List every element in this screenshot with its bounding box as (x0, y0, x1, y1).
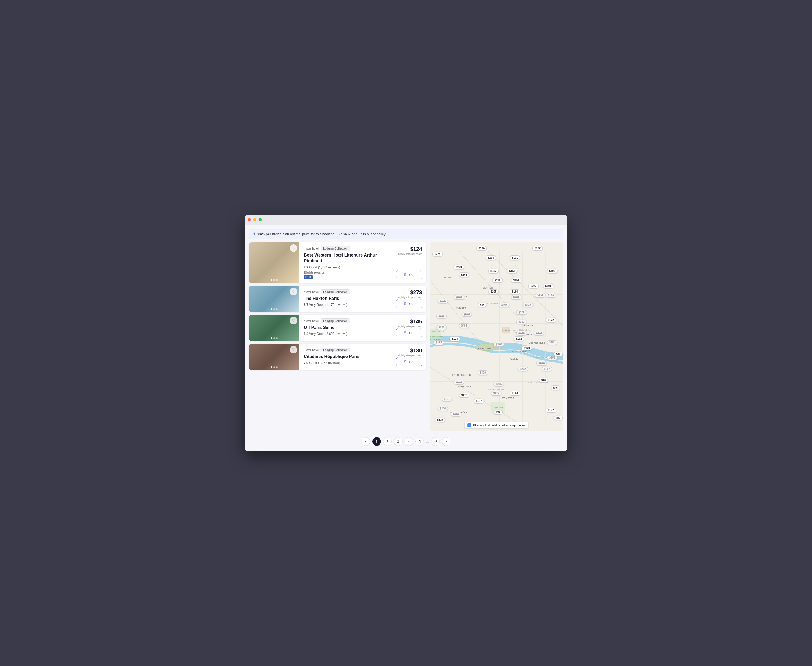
rewards-badge-1: BLU (304, 275, 312, 279)
favorite-button-4[interactable]: ♡ (290, 346, 297, 353)
maximize-button[interactable] (258, 218, 262, 221)
image-dots-3 (271, 337, 278, 339)
price-block-1: $124 nightly rate per room (398, 246, 422, 256)
page-1-button[interactable]: 1 (372, 437, 381, 446)
select-button-4[interactable]: Select (396, 357, 422, 366)
hotel-price-3: $145 (398, 318, 422, 325)
hotel-rating-4: 7.9 Good (1,972 reviews) (304, 361, 387, 365)
page-48-button[interactable]: 48 (431, 437, 440, 446)
policy-text: $325 per night is an optimal price for t… (257, 232, 386, 236)
rewards-section-1: Eligible rewards BLU (304, 271, 387, 279)
hotel-meta-2: 4-star hotel Lodging Collection (304, 289, 387, 294)
hotel-meta-1: 4-star hotel Lodging Collection (304, 246, 387, 251)
select-button-2[interactable]: Select (396, 299, 422, 308)
hotel-price-2: $273 (398, 289, 422, 295)
hotel-meta-4: 3-star hotel Lodging Collection (304, 348, 387, 353)
price-block-4: $130 nightly rate per room (398, 348, 422, 357)
select-button-1[interactable]: Select (396, 270, 422, 279)
pagination: ‹ 1 2 3 4 5 ... 48 › (249, 434, 563, 447)
main-window: ℹ $325 per night is an optimal price for… (245, 215, 567, 451)
svg-text:LES ARCHIVES: LES ARCHIVES (529, 342, 545, 344)
page-content: ℹ $325 per night is an optimal price for… (245, 224, 567, 451)
filter-checkbox[interactable]: ✓ (467, 424, 471, 427)
hotel-name-1: Best Western Hotel Litteraire Arthur Rim… (304, 252, 387, 264)
svg-text:SAINT-MERRI: SAINT-MERRI (512, 350, 527, 353)
svg-text:Bd Saint-Germain: Bd Saint-Germain (488, 388, 505, 391)
hotel-star-label: 4-star hotel (304, 319, 319, 323)
dot-1 (271, 279, 272, 281)
dot-1 (271, 337, 272, 339)
svg-text:SENTIER: SENTIER (457, 298, 467, 301)
main-area: ♡ 4-star hotel Lodging Collection Best W… (249, 242, 563, 431)
hotel-rating-2: 8.7 Very Good (1,172 reviews) (304, 303, 387, 307)
hotel-image-3: ♡ (249, 315, 299, 341)
hotel-badge: Lodging Collection (321, 289, 350, 294)
hotel-card-4: ♡ 3-star hotel Lodging Collection Citadi… (249, 344, 426, 370)
svg-text:LATIN QUARTER: LATIN QUARTER (452, 374, 471, 376)
svg-text:ILE DE LA CITÉ: ILE DE LA CITÉ (478, 347, 495, 349)
svg-text:Musée Carnavalet: Musée Carnavalet (532, 356, 548, 359)
map-area[interactable]: VIENNE SENTIER BOURSE- SENTIER 2ND ARR. … (430, 242, 563, 431)
dot-2 (273, 366, 275, 368)
price-label-1: nightly rate per room (398, 252, 422, 256)
price-label-3: nightly rate per room (398, 325, 422, 328)
hotel-price-action-1: $124 nightly rate per room Select (391, 242, 426, 283)
hotel-info-4: 3-star hotel Lodging Collection Citadine… (299, 344, 391, 370)
prev-page-button[interactable]: ‹ (362, 437, 370, 446)
hotel-info-2: 4-star hotel Lodging Collection The Hoxt… (299, 286, 391, 312)
hotel-star-label: 3-star hotel (304, 348, 319, 351)
page-4-button[interactable]: 4 (404, 437, 413, 446)
page-3-button[interactable]: 3 (394, 437, 403, 446)
svg-text:Picasso-Paris: Picasso-Paris (513, 331, 526, 333)
price-label-2: nightly rate per room (398, 295, 422, 299)
hotel-image-4: ♡ (249, 344, 299, 370)
hotel-price-action-3: $145 nightly rate per room Select (391, 315, 426, 341)
hotel-card-3: ♡ 4-star hotel Lodging Collection Off Pa… (249, 315, 426, 341)
dot-1 (271, 308, 272, 310)
image-dots-1 (271, 279, 278, 281)
hotel-badge: Lodging Collection (321, 348, 350, 353)
hotel-badge: Lodging Collection (321, 246, 350, 251)
favorite-button-2[interactable]: ♡ (290, 288, 297, 295)
svg-text:VAL-DE-GRÂCE: VAL-DE-GRÂCE (450, 411, 468, 414)
svg-text:du Pal. Royal: du Pal. Royal (430, 339, 441, 341)
minimize-button[interactable] (253, 218, 256, 221)
dot-3 (276, 366, 278, 368)
hotel-name-4: Citadines République Paris (304, 354, 387, 359)
hotel-price-4: $130 (398, 348, 422, 354)
dot-2 (273, 308, 275, 310)
svg-text:SENTIER: SENTIER (483, 287, 493, 289)
page-5-button[interactable]: 5 (416, 437, 424, 446)
hotel-price-action-2: $273 nightly rate per room Select (391, 286, 426, 312)
svg-text:Musée Curie: Musée Curie (493, 407, 503, 409)
svg-text:Musée des Arts et Métiers: Musée des Arts et Métiers (482, 303, 505, 305)
favorite-button-1[interactable]: ♡ (290, 244, 297, 252)
hotel-meta-3: 4-star hotel Lodging Collection (304, 318, 387, 323)
hotel-price-1: $124 (398, 246, 422, 252)
hotel-image-1: ♡ (249, 242, 299, 283)
favorite-button-3[interactable]: ♡ (290, 317, 297, 325)
svg-text:3RD ARR.: 3RD ARR. (523, 324, 534, 327)
hotel-star-label: 4-star hotel (304, 290, 319, 293)
page-ellipsis: ... (426, 440, 429, 443)
hotel-card-1: ♡ 4-star hotel Lodging Collection Best W… (249, 242, 426, 283)
dot-3 (276, 337, 278, 339)
next-page-button[interactable]: › (442, 437, 450, 446)
dot-2 (273, 279, 275, 281)
price-block-3: $145 nightly rate per room (398, 318, 422, 328)
close-button[interactable] (248, 218, 251, 221)
titlebar (245, 215, 567, 224)
dot-1 (271, 366, 272, 368)
price-block-2: $273 nightly rate per room (398, 289, 422, 299)
map-filter-bar[interactable]: ✓ Filter original hotel list when map mo… (464, 422, 528, 429)
hotel-rating-3: 8.4 Very Good (2,622 reviews) (304, 332, 387, 336)
select-button-3[interactable]: Select (396, 328, 422, 337)
map-container: VIENNE SENTIER BOURSE- SENTIER 2ND ARR. … (430, 242, 563, 431)
price-label-4: nightly rate per room (398, 354, 422, 357)
svg-text:SORBONNE: SORBONNE (458, 385, 472, 388)
svg-text:PLETZL: PLETZL (509, 358, 518, 360)
dot-2 (273, 337, 275, 339)
image-dots-2 (271, 308, 278, 310)
page-2-button[interactable]: 2 (383, 437, 392, 446)
svg-text:Pompidou: Pompidou (502, 330, 510, 331)
